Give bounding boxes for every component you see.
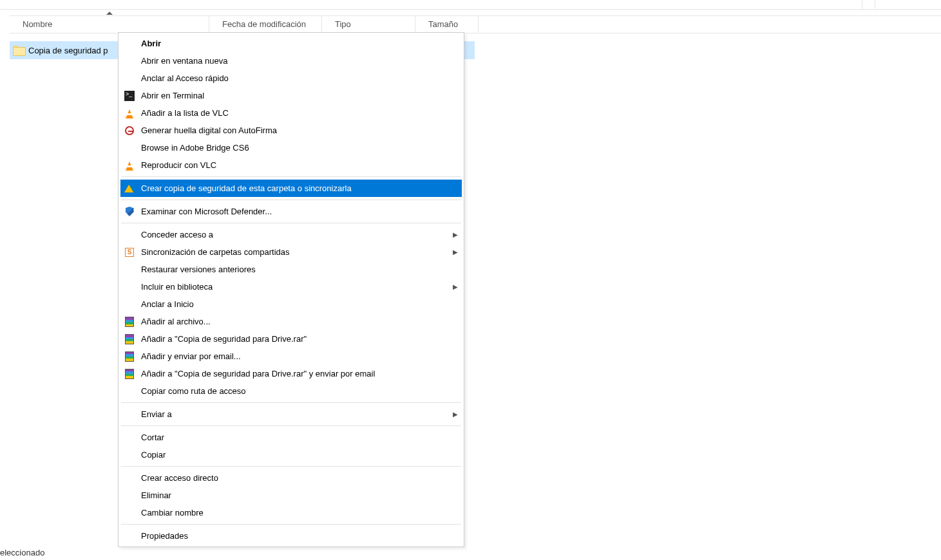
status-bar: eleccionado xyxy=(0,545,44,560)
column-header-size[interactable]: Tamaño xyxy=(415,15,479,33)
menu-separator xyxy=(121,402,461,403)
menu-grant-access[interactable]: Conceder acceso a ▶ xyxy=(120,226,462,243)
menu-open-terminal[interactable]: Abrir en Terminal xyxy=(120,87,462,104)
menu-separator xyxy=(121,200,461,200)
menu-properties[interactable]: Propiedades xyxy=(120,527,462,545)
menu-label: Añadir a "Copia de seguridad para Drive.… xyxy=(138,334,462,344)
menu-label: Incluir en biblioteca xyxy=(138,282,449,292)
menu-separator xyxy=(121,176,461,177)
menu-adobe-bridge[interactable]: Browse in Adobe Bridge CS6 xyxy=(120,139,462,156)
menu-autofirma[interactable]: Generar huella digital con AutoFirma xyxy=(120,122,462,139)
menu-copy-as-path[interactable]: Copiar como ruta de acceso xyxy=(120,382,462,400)
winrar-icon xyxy=(120,317,138,327)
file-name: Copia de seguridad p xyxy=(28,46,108,55)
menu-rar-add[interactable]: Añadir al archivo... xyxy=(120,313,462,330)
column-header-label: Fecha de modificación xyxy=(222,19,306,29)
chevron-right-icon: ▶ xyxy=(449,248,462,256)
folder-icon xyxy=(13,46,24,55)
menu-label: Eliminar xyxy=(138,490,462,500)
top-border xyxy=(0,9,941,10)
menu-label: Browse in Adobe Bridge CS6 xyxy=(138,143,462,153)
menu-label: Anclar al Acceso rápido xyxy=(138,73,462,83)
menu-label: Añadir y enviar por email... xyxy=(138,351,462,361)
menu-create-shortcut[interactable]: Crear acceso directo xyxy=(120,469,462,487)
menu-label: Abrir xyxy=(138,39,462,48)
menu-label: Abrir en ventana nueva xyxy=(138,56,462,66)
menu-cut[interactable]: Cortar xyxy=(120,429,462,446)
winrar-icon xyxy=(120,334,138,344)
menu-label: Examinar con Microsoft Defender... xyxy=(138,207,462,216)
vlc-icon xyxy=(120,109,138,118)
menu-defender-scan[interactable]: Examinar con Microsoft Defender... xyxy=(120,203,462,220)
context-menu: Abrir Abrir en ventana nueva Anclar al A… xyxy=(118,32,464,547)
winrar-icon xyxy=(120,369,138,379)
chevron-right-icon: ▶ xyxy=(449,231,462,238)
menu-vlc-add[interactable]: Añadir a la lista de VLC xyxy=(120,104,462,122)
menu-restore-previous[interactable]: Restaurar versiones anteriores xyxy=(120,261,462,278)
sort-ascending-icon xyxy=(106,12,113,15)
menu-label: Generar huella digital con AutoFirma xyxy=(138,126,462,135)
menu-label: Copiar como ruta de acceso xyxy=(138,386,462,396)
menu-pin-start[interactable]: Anclar a Inicio xyxy=(120,295,462,313)
column-header-row: Nombre Fecha de modificación Tipo Tamaño xyxy=(10,15,941,33)
menu-include-library[interactable]: Incluir en biblioteca ▶ xyxy=(120,278,462,295)
menu-copy[interactable]: Copiar xyxy=(120,446,462,463)
menu-separator xyxy=(121,466,461,467)
sync-icon: S xyxy=(120,248,138,257)
top-separator xyxy=(862,0,862,9)
menu-label: Propiedades xyxy=(138,531,462,541)
column-header-type[interactable]: Tipo xyxy=(322,15,415,33)
column-header-name[interactable]: Nombre xyxy=(10,15,209,33)
status-text: eleccionado xyxy=(0,548,44,557)
google-drive-icon xyxy=(120,185,138,192)
menu-label: Copiar xyxy=(138,450,462,460)
menu-open-new-window[interactable]: Abrir en ventana nueva xyxy=(120,52,462,70)
column-header-date[interactable]: Fecha de modificación xyxy=(209,15,322,33)
menu-label: Crear copia de seguridad de esta carpeta… xyxy=(138,183,462,193)
menu-separator xyxy=(121,524,461,525)
shield-icon xyxy=(120,207,138,216)
top-separator xyxy=(875,0,875,9)
menu-label: Añadir a la lista de VLC xyxy=(138,108,462,118)
chevron-right-icon: ▶ xyxy=(449,283,462,290)
autofirma-icon xyxy=(120,126,138,135)
menu-label: Sincronización de carpetas compartidas xyxy=(138,247,449,257)
menu-sync-shared-folders[interactable]: S Sincronización de carpetas compartidas… xyxy=(120,243,462,261)
menu-rar-email[interactable]: Añadir y enviar por email... xyxy=(120,348,462,365)
menu-pin-quick-access[interactable]: Anclar al Acceso rápido xyxy=(120,70,462,87)
menu-separator xyxy=(121,223,461,223)
column-header-label: Tipo xyxy=(335,19,351,29)
menu-delete[interactable]: Eliminar xyxy=(120,487,462,504)
menu-rar-add-named[interactable]: Añadir a "Copia de seguridad para Drive.… xyxy=(120,330,462,348)
menu-label: Reproducir con VLC xyxy=(138,160,462,170)
menu-rename[interactable]: Cambiar nombre xyxy=(120,504,462,521)
menu-rar-named-email[interactable]: Añadir a "Copia de seguridad para Drive.… xyxy=(120,365,462,382)
menu-label: Abrir en Terminal xyxy=(138,91,462,100)
menu-label: Crear acceso directo xyxy=(138,473,462,483)
menu-label: Cambiar nombre xyxy=(138,508,462,518)
column-header-label: Nombre xyxy=(23,19,52,29)
menu-label: Restaurar versiones anteriores xyxy=(138,265,462,274)
chevron-right-icon: ▶ xyxy=(449,411,462,418)
menu-separator xyxy=(121,425,461,426)
menu-vlc-play[interactable]: Reproducir con VLC xyxy=(120,156,462,174)
winrar-icon xyxy=(120,351,138,362)
menu-label: Añadir al archivo... xyxy=(138,317,462,326)
menu-send-to[interactable]: Enviar a ▶ xyxy=(120,406,462,423)
menu-label: Enviar a xyxy=(138,409,449,419)
menu-label: Conceder acceso a xyxy=(138,230,449,239)
menu-drive-backup[interactable]: Crear copia de seguridad de esta carpeta… xyxy=(120,180,462,197)
menu-label: Anclar a Inicio xyxy=(138,299,462,309)
vlc-icon xyxy=(120,161,138,170)
column-header-label: Tamaño xyxy=(428,19,458,29)
menu-label: Añadir a "Copia de seguridad para Drive.… xyxy=(138,369,462,378)
menu-label: Cortar xyxy=(138,433,462,442)
terminal-icon xyxy=(120,91,138,101)
menu-open[interactable]: Abrir xyxy=(120,35,462,52)
